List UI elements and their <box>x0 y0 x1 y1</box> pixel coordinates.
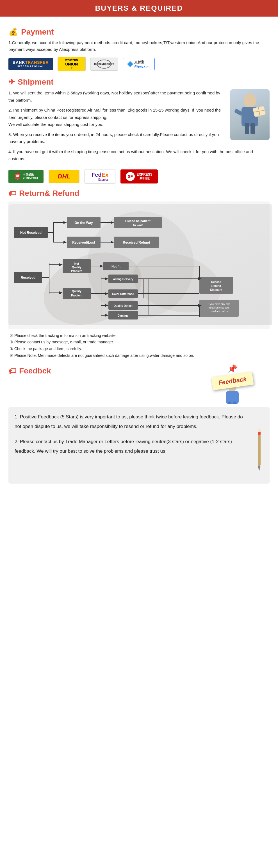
sf-express-logo: SF EXPRESS 顺丰速运 <box>120 169 158 184</box>
svg-text:Received/Refund: Received/Refund <box>123 241 150 245</box>
svg-text:Problem: Problem <box>71 294 82 297</box>
svg-text:Not Received: Not Received <box>20 231 41 235</box>
svg-rect-3 <box>250 123 255 134</box>
feedback-icon: 🏷 <box>8 366 16 376</box>
svg-rect-100 <box>258 432 260 466</box>
refund-title: Return& Refund <box>19 189 79 198</box>
shipment-section-title: ✈ Shipment <box>8 77 270 87</box>
flow-svg: Not Received On the Way Please be patien… <box>8 204 272 325</box>
shipment-title: Shipment <box>18 78 54 87</box>
bank-transfer-logo: BANKTRANSFER INTERNATIONAL <box>8 58 53 70</box>
svg-text:If you have any else: If you have any else <box>208 303 230 305</box>
svg-text:Wrong Delivery: Wrong Delivery <box>113 278 133 281</box>
svg-text:Refund: Refund <box>211 284 221 287</box>
svg-text:Not: Not <box>74 262 79 265</box>
feedback-card-image: 📌 Feedback <box>212 364 253 404</box>
shipping-logos: 📮 中国邮政 CHINA POST DHL FedEx Express SF E… <box>8 169 270 184</box>
svg-text:Discount: Discount <box>210 288 222 291</box>
chinapost-logo: 📮 中国邮政 CHINA POST <box>8 170 43 183</box>
alipay-logo: 🔷 支付宝 Alipay.com <box>123 58 155 70</box>
svg-text:Quality Defect: Quality Defect <box>113 304 133 307</box>
western-union-logo: WESTERN UNION ® <box>58 57 85 71</box>
svg-text:Not fit: Not fit <box>111 265 120 268</box>
svg-text:Problem: Problem <box>71 270 82 273</box>
moneybookers-logo: moneybookers <box>90 58 118 70</box>
svg-text:Quality: Quality <box>72 266 81 269</box>
payment-section-title: 💰 Payment <box>8 27 270 36</box>
note-4: ④ Please Note: Men made defects are not … <box>8 352 270 359</box>
note-2: ② Please contact us by meesage, e-mail, … <box>8 339 270 346</box>
fedex-logo: FedEx Express <box>84 169 115 184</box>
svg-text:Received: Received <box>21 276 36 280</box>
refund-notes: ① Please check the tracking in formation… <box>8 333 270 359</box>
feedback-section-title: 🏷 Feedbck <box>8 366 51 376</box>
svg-rect-97 <box>226 391 239 404</box>
refund-icon: 🏷 <box>8 189 16 198</box>
feedback-card: 1. Positive Feedback (5 Stars) is very i… <box>8 407 270 484</box>
dhl-logo: DHL <box>48 170 79 183</box>
svg-text:Received/Lost: Received/Lost <box>72 241 95 245</box>
svg-text:requirements you: requirements you <box>209 306 229 309</box>
page-header: BUYERS & REQUIRED <box>0 0 278 17</box>
refund-section-title: 🏷 Return& Refund <box>8 189 270 198</box>
note-1: ① Please check the tracking in formation… <box>8 333 270 339</box>
payment-icon: 💰 <box>8 27 18 36</box>
svg-rect-2 <box>245 123 249 134</box>
pencil-decoration <box>255 429 264 477</box>
refund-flowchart: Not Received On the Way Please be patien… <box>8 202 270 329</box>
svg-rect-99 <box>233 402 237 404</box>
shipment-icon: ✈ <box>8 77 15 87</box>
payment-description: 1.Generally, we accept the following pay… <box>8 39 270 53</box>
feedback-title: Feedbck <box>19 366 51 375</box>
svg-text:Color Difference: Color Difference <box>112 292 134 296</box>
feedback-section: 🏷 Feedbck 📌 Feedback <box>8 361 270 484</box>
shipment-person-image <box>230 89 270 140</box>
svg-text:On the Way: On the Way <box>74 221 93 225</box>
svg-text:Please be patient: Please be patient <box>125 219 150 222</box>
svg-point-0 <box>244 93 256 108</box>
svg-rect-103 <box>258 429 260 432</box>
feedback-content: 1. Positive Feedback (5 Stars) is very i… <box>8 407 270 484</box>
svg-text:to wait: to wait <box>133 223 143 227</box>
svg-marker-101 <box>258 466 260 471</box>
svg-text:could also tell us: could also tell us <box>210 310 229 313</box>
feedback-pin-icon: 📌 <box>228 364 237 373</box>
feedback-point-1: 1. Positive Feedback (5 Stars) is very i… <box>14 412 264 431</box>
note-3: ③ Check the package and Item, carefully. <box>8 346 270 352</box>
payment-title: Payment <box>21 28 54 36</box>
svg-text:Resend: Resend <box>211 280 221 283</box>
svg-text:Quality: Quality <box>72 290 81 293</box>
svg-rect-98 <box>228 402 231 404</box>
svg-text:Damage: Damage <box>118 314 129 317</box>
payment-logos: BANKTRANSFER INTERNATIONAL WESTERN UNION… <box>8 57 270 71</box>
feedback-label: Feedback <box>211 372 253 390</box>
shipment-content: 1. We will sent the items within 2-5days… <box>8 89 270 165</box>
shipment-point-4: 4. If you have not got it within the shi… <box>8 148 270 162</box>
feedback-point-2: 2. Please contact us by Trade Manager or… <box>14 437 264 456</box>
